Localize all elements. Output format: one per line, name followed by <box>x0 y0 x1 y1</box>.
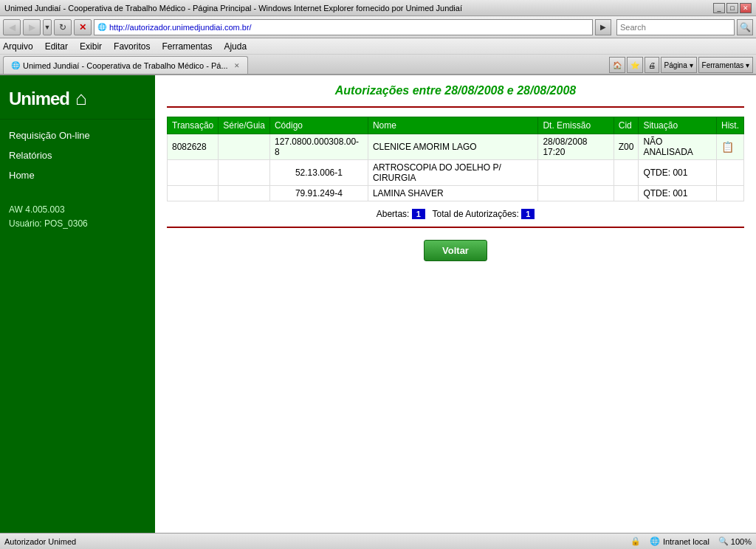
sidebar-info: AW 4.005.003 Usuário: POS_0306 <box>0 191 155 243</box>
tab-toolbar-right: 🏠 ⭐ 🖨 Página ▾ Ferramentas ▾ <box>609 57 753 73</box>
sub-cell-empty1 <box>168 160 219 186</box>
summary-row: Abertas: 1 Total de Autorizações: 1 <box>167 209 744 219</box>
sub-cell-empty2 <box>219 160 270 186</box>
col-hist: Hist. <box>716 117 743 134</box>
cell-cid: Z00 <box>614 134 639 160</box>
cell-transacao: 8082628 <box>168 134 219 160</box>
security-icon: 🔒 <box>630 536 641 546</box>
zoom-icon: 🔍 <box>718 536 729 546</box>
sub2-cell-empty3 <box>538 186 614 201</box>
sidebar-info-line2: Usuário: POS_0306 <box>9 217 146 231</box>
go-button[interactable]: ▶ <box>595 19 611 35</box>
page-title: Autorizações entre 28/08/2008 e 28/08/20… <box>167 84 744 97</box>
dropdown-button[interactable]: ▼ <box>43 19 52 35</box>
col-nome: Nome <box>368 117 538 134</box>
button-row: Voltar <box>167 240 744 261</box>
sidebar: Unimed ⌂ Requisição On-line Relatórios H… <box>0 75 155 533</box>
favorites-button[interactable]: ⭐ <box>627 57 643 73</box>
home-button[interactable]: 🏠 <box>609 57 625 73</box>
sub2-cell-nome2: LAMINA SHAVER <box>368 186 538 201</box>
tab-close-button[interactable]: ✕ <box>234 62 240 69</box>
col-cid: Cid <box>614 117 639 134</box>
sub2-cell-empty2 <box>219 186 270 201</box>
menu-arquivo[interactable]: Arquivo <box>3 41 33 52</box>
tab-icon: 🌐 <box>11 61 20 69</box>
table-row: 79.91.249-4 LAMINA SHAVER QTDE: 001 <box>168 186 744 201</box>
active-tab[interactable]: 🌐 Unimed Jundiaí - Cooperativa de Trabal… <box>3 56 248 74</box>
sub-cell-empty5 <box>716 160 743 186</box>
sub-cell-empty3 <box>538 160 614 186</box>
sidebar-info-line1: AW 4.005.003 <box>9 203 146 217</box>
table-row: 52.13.006-1 ARTROSCOPIA DO JOELHO P/ CIR… <box>168 160 744 186</box>
data-table: Transação Série/Guia Código Nome Dt. Emi… <box>167 117 744 201</box>
menu-favoritos[interactable]: Favoritos <box>114 41 150 52</box>
voltar-button[interactable]: Voltar <box>424 240 487 261</box>
menu-exibir[interactable]: Exibir <box>80 41 102 52</box>
forward-button[interactable]: ▶ <box>23 19 41 35</box>
logo-area: Unimed ⌂ <box>0 75 155 120</box>
minimize-button[interactable]: _ <box>713 3 725 13</box>
page-icon: 🌐 <box>97 23 106 31</box>
browser-toolbar: ◀ ▶ ▼ ↻ ✕ 🌐 http://autorizador.unimedjun… <box>0 16 756 38</box>
divider-bottom <box>167 227 744 228</box>
tabs-bar: 🌐 Unimed Jundiaí - Cooperativa de Trabal… <box>0 55 756 75</box>
tab-label: Unimed Jundiaí - Cooperativa de Trabalho… <box>23 61 228 70</box>
refresh-button[interactable]: ↻ <box>54 19 72 35</box>
sidebar-relatorios[interactable]: Relatórios <box>0 145 155 165</box>
status-text: Autorizador Unimed <box>4 537 625 546</box>
content-area: Autorizações entre 28/08/2008 e 28/08/20… <box>155 75 756 533</box>
status-icons: 🔒 <box>630 536 641 546</box>
zoom-text: 100% <box>731 537 752 546</box>
search-container: 🔍 <box>616 19 753 35</box>
cell-hist[interactable]: 📋 <box>716 134 743 160</box>
back-button[interactable]: ◀ <box>3 19 21 35</box>
hist-icon[interactable]: 📋 <box>721 141 734 153</box>
zoom-info: 🔍 100% <box>718 536 752 546</box>
print-button[interactable]: 🖨 <box>645 57 659 73</box>
sub2-cell-empty1 <box>168 186 219 201</box>
zone-text: Intranet local <box>663 537 709 546</box>
main-layout: Unimed ⌂ Requisição On-line Relatórios H… <box>0 75 756 533</box>
sidebar-requisicao[interactable]: Requisição On-line <box>0 125 155 145</box>
tools-menu-label: Ferramentas ▾ <box>702 61 749 69</box>
col-situacao: Situação <box>639 117 717 134</box>
tools-menu-button[interactable]: Ferramentas ▾ <box>698 57 753 73</box>
sub2-cell-empty5 <box>716 186 743 201</box>
cell-dt-emissao: 28/08/2008 17:20 <box>538 134 614 160</box>
close-button[interactable]: ✕ <box>740 3 752 13</box>
abertas-value: 1 <box>412 209 425 219</box>
sub2-cell-codigo2: 79.91.249-4 <box>269 186 368 201</box>
abertas-label: Abertas: <box>377 209 410 219</box>
total-value: 1 <box>521 209 535 219</box>
title-bar: Unimed Jundiaí - Cooperativa de Trabalho… <box>0 0 756 16</box>
status-right: 🔒 🌐 Intranet local 🔍 100% <box>630 536 752 546</box>
page-menu-button[interactable]: Página ▾ <box>661 57 697 73</box>
sub-cell-codigo1: 52.13.006-1 <box>269 160 368 186</box>
col-codigo: Código <box>269 117 368 134</box>
cell-codigo: 127.0800.000308.00-8 <box>269 134 368 160</box>
menu-editar[interactable]: Editar <box>45 41 68 52</box>
logo-text: Unimed <box>9 89 69 109</box>
status-bar: Autorizador Unimed 🔒 🌐 Intranet local 🔍 … <box>0 533 756 549</box>
page-menu-label: Página ▾ <box>664 61 693 69</box>
sub2-cell-empty4 <box>614 186 639 201</box>
zone-icon: 🌐 <box>650 536 660 546</box>
address-bar[interactable]: 🌐 http://autorizador.unimedjundiai.com.b… <box>94 19 593 35</box>
address-text: http://autorizador.unimedjundiai.com.br/ <box>109 23 589 32</box>
table-header-row: Transação Série/Guia Código Nome Dt. Emi… <box>168 117 744 134</box>
restore-button[interactable]: □ <box>726 3 738 13</box>
sub-cell-nome1: ARTROSCOPIA DO JOELHO P/ CIRURGIA <box>368 160 538 186</box>
sidebar-home[interactable]: Home <box>0 165 155 185</box>
browser-title: Unimed Jundiaí - Cooperativa de Trabalho… <box>4 4 462 13</box>
menu-ferramentas[interactable]: Ferramentas <box>162 41 212 52</box>
zone-info: 🌐 Intranet local <box>650 536 709 546</box>
menu-ajuda[interactable]: Ajuda <box>224 41 247 52</box>
search-button[interactable]: 🔍 <box>737 19 753 35</box>
sub2-cell-qtde2: QTDE: 001 <box>639 186 717 201</box>
cell-situacao: NÃO ANALISADA <box>639 134 717 160</box>
logo-container: Unimed ⌂ <box>9 87 87 110</box>
sub-cell-empty4 <box>614 160 639 186</box>
stop-button[interactable]: ✕ <box>74 19 92 35</box>
search-input[interactable] <box>616 19 735 35</box>
cell-serie <box>219 134 270 160</box>
